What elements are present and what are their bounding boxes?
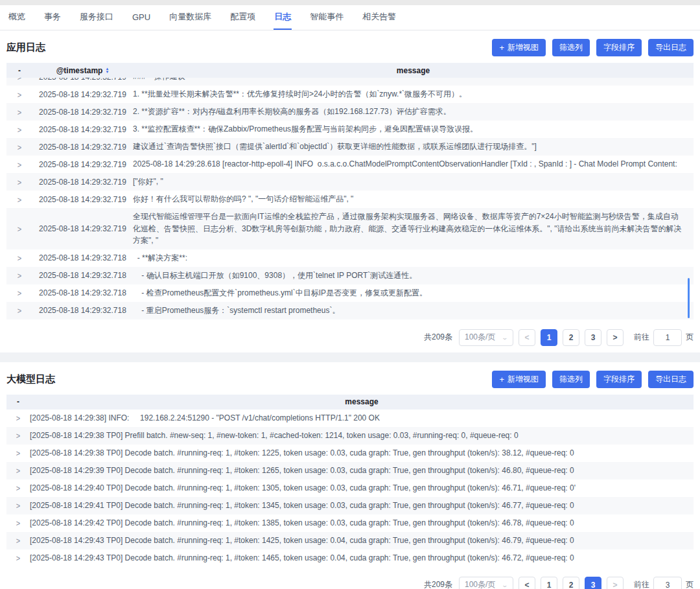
scrollbar-thumb[interactable]	[688, 278, 690, 318]
expand-row-icon[interactable]: >	[18, 89, 21, 98]
table-row: >2025-08-18 14:29:32.718 - **解决方案**:	[6, 249, 694, 267]
expand-row-icon[interactable]: >	[18, 107, 21, 116]
llm-logs-table-header: - message	[6, 395, 694, 410]
expand-row-icon[interactable]: >	[18, 177, 21, 186]
sort-icon[interactable]: ▲▼	[105, 67, 109, 74]
llm-logs-section: 大模型日志 + 新增视图 筛选列 字段排序 导出日志 - message >[2…	[0, 362, 700, 589]
llm-logs-table: - message >[2025-08-18 14:29:38] INFO: 1…	[6, 395, 694, 567]
expand-cell: >	[6, 306, 32, 315]
filter-columns-label: 筛选列	[559, 42, 583, 53]
goto-page-input[interactable]	[653, 577, 682, 589]
expand-row-icon[interactable]: >	[16, 536, 20, 545]
expand-row-icon[interactable]: >	[16, 431, 20, 440]
page-number-button[interactable]: 1	[541, 329, 557, 346]
expand-column-header: -	[6, 397, 30, 406]
tab-item[interactable]: 相关告警	[362, 5, 397, 30]
tab-item[interactable]: 智能事件	[309, 5, 344, 30]
message-cell: - **解决方案**:	[133, 252, 694, 264]
message-cell: [2025-08-18 14:29:38 TP0] Prefill batch.…	[30, 430, 694, 442]
expand-row-icon[interactable]: >	[18, 224, 21, 233]
table-row: >2025-08-18 14:29:32.7192. **资源扩容**：对内存/…	[6, 103, 694, 121]
goto-page-input[interactable]	[653, 329, 682, 346]
add-view-label: 新增视图	[508, 42, 539, 53]
message-cell: 2. **资源扩容**：对内存/磁盘利用率长期较高的服务器（如192.168.1…	[133, 106, 694, 118]
page-size-select[interactable]: 100条/页 ⌄	[459, 577, 513, 589]
expand-row-icon[interactable]: >	[18, 253, 21, 262]
expand-row-icon[interactable]: >	[18, 194, 21, 203]
timestamp-cell: 2025-08-18 14:29:32.719	[32, 143, 133, 152]
field-sort-button[interactable]: 字段排序	[596, 39, 642, 56]
add-view-button[interactable]: + 新增视图	[492, 39, 546, 56]
message-cell: [2025-08-18 14:29:39 TP0] Decode batch. …	[30, 465, 694, 477]
plus-icon: +	[499, 43, 504, 52]
table-row: >2025-08-18 14:29:32.719建议通过`查询告警快照`接口（需…	[6, 138, 694, 156]
message-cell: - 确认目标主机端口开放（如9100、9308），使用`telnet IP PO…	[133, 270, 694, 282]
page-number-button[interactable]: 3	[585, 577, 601, 589]
expand-cell: >	[6, 466, 30, 475]
message-cell: [2025-08-18 14:29:38 TP0] Decode batch. …	[30, 447, 694, 459]
expand-row-icon[interactable]: >	[18, 159, 21, 168]
llm-logs-table-body: >[2025-08-18 14:29:38] INFO: 192.168.2.2…	[6, 410, 694, 567]
export-logs-button[interactable]: 导出日志	[648, 371, 694, 388]
total-count: 共209条	[424, 332, 452, 343]
field-sort-label: 字段排序	[603, 374, 635, 385]
message-cell: [2025-08-18 14:29:43 TP0] Decode batch. …	[30, 552, 694, 564]
expand-row-icon[interactable]: >	[18, 142, 21, 151]
expand-row-icon[interactable]: >	[18, 306, 21, 315]
expand-cell: >	[6, 195, 32, 204]
goto-label: 前往	[634, 579, 649, 589]
timestamp-cell: 2025-08-18 14:29:32.718	[32, 253, 133, 262]
page-size-select[interactable]: 100条/页 ⌄	[459, 329, 513, 346]
expand-row-icon[interactable]: >	[18, 271, 21, 280]
table-row: >2025-08-18 14:29:32.719全现代智能运维管理平台是一款面向…	[6, 208, 694, 249]
add-view-button[interactable]: + 新增视图	[492, 371, 546, 388]
tab-item[interactable]: 向量数据库	[169, 5, 212, 30]
expand-row-icon[interactable]: >	[16, 483, 20, 492]
expand-row-icon[interactable]: >	[16, 466, 20, 475]
export-logs-label: 导出日志	[655, 374, 686, 385]
timestamp-column-header[interactable]: @timestamp▲▼	[32, 66, 133, 75]
message-cell: [2025-08-18 14:29:40 TP0] Decode batch. …	[30, 482, 694, 494]
expand-row-icon[interactable]: >	[16, 553, 20, 562]
add-view-label: 新增视图	[508, 374, 539, 385]
tab-item[interactable]: 概览	[8, 5, 26, 30]
plus-icon: +	[499, 375, 504, 384]
app-logs-table: - @timestamp▲▼ message >2025-08-18 14:29…	[6, 63, 694, 319]
expand-row-icon[interactable]: >	[16, 518, 20, 527]
prev-page-button[interactable]: <	[519, 577, 535, 589]
table-row: >[2025-08-18 14:29:40 TP0] Decode batch.…	[6, 479, 694, 497]
tab-item[interactable]: 事务	[43, 5, 62, 30]
export-logs-button[interactable]: 导出日志	[648, 39, 694, 56]
expand-cell: >	[6, 90, 32, 99]
app-logs-table-body: >2025-08-18 14:29:32.719### **操作建议**>202…	[6, 78, 694, 319]
expand-row-icon[interactable]: >	[18, 288, 21, 297]
filter-columns-button[interactable]: 筛选列	[552, 39, 590, 56]
expand-row-icon[interactable]: >	[18, 124, 21, 133]
message-cell: 1. **批量处理长期未解决告警**：优先修复持续时间>24小时的告警（如`zn…	[133, 88, 694, 100]
expand-row-icon[interactable]: >	[16, 501, 20, 510]
tab-bar: 概览事务服务接口GPU向量数据库配置项日志智能事件相关告警	[0, 5, 700, 30]
message-cell: - 重启Prometheus服务：`systemctl restart prom…	[133, 305, 694, 317]
export-logs-label: 导出日志	[655, 42, 686, 53]
next-page-button[interactable]: >	[607, 329, 624, 346]
table-row: >[2025-08-18 14:29:38] INFO: 192.168.2.2…	[6, 410, 694, 427]
message-cell: [2025-08-18 14:29:38] INFO: 192.168.2.24…	[30, 412, 694, 424]
expand-row-icon[interactable]: >	[16, 448, 20, 457]
filter-columns-button[interactable]: 筛选列	[552, 371, 590, 388]
message-cell: 2025-08-18 14:29:28.618 [reactor-http-ep…	[133, 158, 694, 170]
prev-page-button[interactable]: <	[519, 329, 535, 346]
page-number-button[interactable]: 2	[563, 329, 579, 346]
message-cell: 你好！有什么我可以帮助你的吗? ", "一句话介绍智能运维产品", "	[133, 193, 694, 205]
expand-row-icon[interactable]: >	[16, 413, 20, 422]
page-number-button[interactable]: 2	[563, 577, 579, 589]
tab-item[interactable]: 服务接口	[79, 5, 114, 30]
page-number-button[interactable]: 1	[541, 577, 557, 589]
tab-item[interactable]: GPU	[132, 5, 151, 30]
next-page-button[interactable]: >	[607, 577, 624, 589]
expand-row-icon[interactable]: >	[18, 78, 21, 82]
page-number-button[interactable]: 3	[585, 329, 601, 346]
table-row: >[2025-08-18 14:29:41 TP0] Decode batch.…	[6, 497, 694, 514]
tab-item[interactable]: 配置项	[229, 5, 256, 30]
field-sort-button[interactable]: 字段排序	[596, 371, 642, 388]
tab-item-active[interactable]: 日志	[274, 5, 292, 30]
